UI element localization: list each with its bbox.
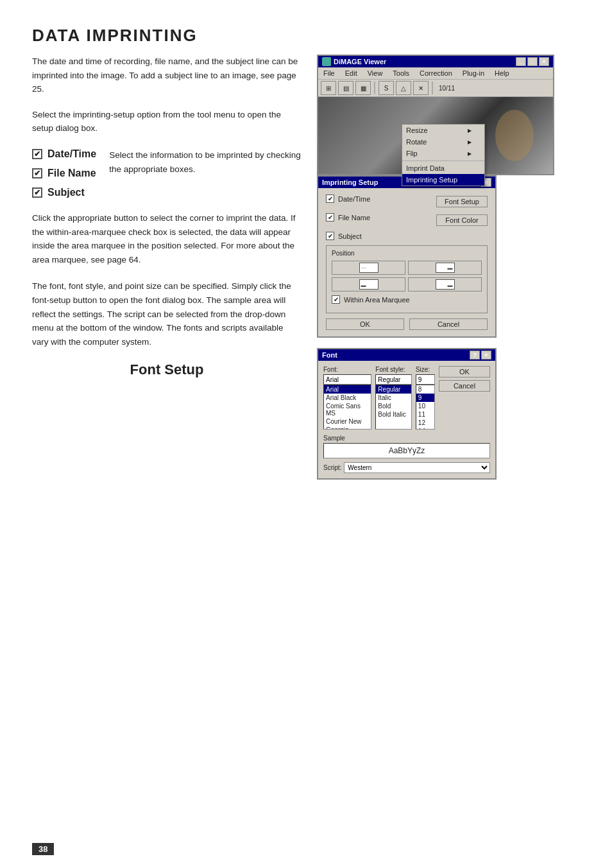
toolbar-grid-btn[interactable]: ⊞ xyxy=(321,81,336,95)
checkbox-subject[interactable]: ✔ Subject xyxy=(32,187,96,198)
checkbox-filename[interactable]: ✔ File Name xyxy=(32,168,96,179)
checkbox-datetime-box[interactable]: ✔ xyxy=(32,149,42,159)
position-top-right-btn[interactable] xyxy=(408,261,482,275)
within-area-marquee-label: Within Area Marquee xyxy=(344,296,410,304)
font-listbox[interactable]: Arial Arial Black Comic Sans MS Courier … xyxy=(323,385,371,430)
page: DATA IMPRINTING The date and time of rec… xyxy=(0,0,612,868)
window-controls: _ □ × xyxy=(516,57,549,66)
dropdown-imprint-data[interactable]: Imprint Data xyxy=(402,162,484,174)
toolbar-detail-btn[interactable]: ▦ xyxy=(355,81,371,95)
font-name-input[interactable] xyxy=(323,374,371,385)
checkbox-datetime-label: Date/Time xyxy=(47,148,96,160)
font-item-georgia[interactable]: Georgia xyxy=(324,426,371,430)
font-size-11[interactable]: 11 xyxy=(416,410,434,419)
font-sample-text: AaBbYyZz xyxy=(389,446,425,455)
menu-view[interactable]: View xyxy=(365,69,386,78)
font-style-listbox[interactable]: Regular Italic Bold Bold Italic xyxy=(375,385,412,430)
position-top-left-icon xyxy=(359,263,378,273)
cancel-button[interactable]: Cancel xyxy=(409,318,488,330)
font-item-comic[interactable]: Comic Sans MS xyxy=(324,402,371,417)
font-dialog-help-btn[interactable]: ? xyxy=(470,351,480,360)
font-style-bold-italic[interactable]: Bold Italic xyxy=(376,410,411,419)
checkbox-filename-label: File Name xyxy=(47,168,96,179)
checkbox-subject-label: Subject xyxy=(47,187,85,198)
font-style-regular[interactable]: Regular xyxy=(376,385,411,394)
dropdown-rotate[interactable]: Rotate ▶ xyxy=(402,136,484,148)
position-label: Position xyxy=(332,250,482,257)
font-setup-label: Font Setup xyxy=(32,361,302,378)
font-size-14[interactable]: 14 xyxy=(416,427,434,430)
ok-button[interactable]: OK xyxy=(326,318,404,330)
position-top-left-btn[interactable] xyxy=(332,261,405,275)
font-size-12[interactable]: 12 xyxy=(416,419,434,427)
app-icon xyxy=(322,57,331,66)
dropdown-resize-label: Resize xyxy=(406,126,428,134)
within-area-marquee-checkbox[interactable]: ✔ xyxy=(332,295,340,304)
font-style-bold[interactable]: Bold xyxy=(376,402,411,410)
font-style-input[interactable] xyxy=(375,374,412,385)
dropdown-flip[interactable]: Flip ▶ xyxy=(402,148,484,159)
maximize-button[interactable]: □ xyxy=(527,57,538,66)
position-bottom-left-btn[interactable] xyxy=(332,277,405,291)
menu-tools[interactable]: Tools xyxy=(390,69,412,78)
font-size-8[interactable]: 8 xyxy=(416,385,434,394)
font-dialog-close-btn[interactable]: × xyxy=(481,351,491,360)
font-ok-button[interactable]: OK xyxy=(439,366,490,378)
font-size-col: Size: 8 9 10 11 12 14 16 18 xyxy=(416,366,435,430)
dropdown-flip-label: Flip xyxy=(406,150,418,157)
font-cancel-button[interactable]: Cancel xyxy=(439,380,490,392)
menu-edit[interactable]: Edit xyxy=(343,69,360,78)
close-button[interactable]: × xyxy=(539,57,549,66)
font-size-9[interactable]: 9 xyxy=(416,394,434,402)
toolbar: ⊞ ▤ ▦ S △ ✕ 10/11 xyxy=(318,80,553,97)
filename-row: ✔ File Name Font Color xyxy=(326,213,488,227)
tools-dropdown-menu: Resize ▶ Rotate ▶ Flip ▶ xyxy=(402,124,485,186)
font-item-arial-black[interactable]: Arial Black xyxy=(324,394,371,402)
main-content: The date and time of recording, file nam… xyxy=(32,55,580,480)
menu-help[interactable]: Help xyxy=(492,69,512,78)
subject-label: Subject xyxy=(338,232,362,240)
dropdown-imprint-data-label: Imprint Data xyxy=(406,164,445,172)
font-dialog-title: Font xyxy=(322,351,337,359)
datetime-checkbox[interactable]: ✔ xyxy=(326,195,334,203)
font-dialog-titlebar: Font ? × xyxy=(318,349,495,361)
font-text: The font, font style, and point size can… xyxy=(32,279,302,349)
position-bottom-right-btn[interactable] xyxy=(408,277,482,291)
dropdown-resize[interactable]: Resize ▶ xyxy=(402,125,484,136)
font-style-italic[interactable]: Italic xyxy=(376,394,411,402)
checkbox-list: ✔ Date/Time ✔ File Name ✔ Subject xyxy=(32,148,96,198)
font-dialog-buttons: OK Cancel xyxy=(439,366,490,430)
menu-file[interactable]: File xyxy=(321,69,337,78)
font-col: Font: Arial Arial Black Comic Sans MS Co… xyxy=(323,366,371,430)
font-item-arial[interactable]: Arial xyxy=(324,385,371,394)
toolbar-s-btn[interactable]: S xyxy=(378,81,394,95)
subject-checkbox[interactable]: ✔ xyxy=(326,232,334,240)
flip-arrow-icon: ▶ xyxy=(468,151,472,157)
minimize-button[interactable]: _ xyxy=(516,57,526,66)
counter-display: 10/11 xyxy=(439,85,455,92)
font-size-listbox[interactable]: 8 9 10 11 12 14 16 18 xyxy=(416,385,435,430)
dropdown-imprinting-setup[interactable]: Imprinting Setup xyxy=(402,174,484,186)
menu-plugin[interactable]: Plug-in xyxy=(460,69,487,78)
font-setup-button[interactable]: Font Setup xyxy=(436,196,488,207)
font-size-input[interactable] xyxy=(416,374,435,385)
font-item-courier[interactable]: Courier New xyxy=(324,417,371,426)
section-description: Select the information to be imprinted b… xyxy=(109,148,302,176)
within-area-marquee-row: ✔ Within Area Marquee xyxy=(332,295,482,304)
toolbar-close-btn[interactable]: ✕ xyxy=(413,81,429,95)
filename-checkbox[interactable]: ✔ xyxy=(326,213,334,221)
font-size-10[interactable]: 10 xyxy=(416,402,434,410)
font-columns: Font: Arial Arial Black Comic Sans MS Co… xyxy=(323,366,490,430)
font-color-button[interactable]: Font Color xyxy=(436,214,488,226)
toolbar-crop-btn[interactable]: △ xyxy=(396,81,411,95)
dimage-titlebar: DiMAGE Viewer _ □ × xyxy=(318,56,553,67)
font-script-select[interactable]: Western xyxy=(344,462,490,473)
toolbar-list-btn[interactable]: ▤ xyxy=(338,81,353,95)
checkbox-datetime[interactable]: ✔ Date/Time xyxy=(32,148,96,160)
checkbox-subject-box[interactable]: ✔ xyxy=(32,187,42,198)
menu-correction[interactable]: Correction xyxy=(417,69,455,78)
subject-row: ✔ Subject xyxy=(326,232,488,240)
image-dropdown-area: Resize ▶ Rotate ▶ Flip ▶ xyxy=(318,97,553,174)
checkbox-filename-box[interactable]: ✔ xyxy=(32,168,42,178)
datetime-checkbox-row: ✔ Date/Time xyxy=(326,195,370,203)
